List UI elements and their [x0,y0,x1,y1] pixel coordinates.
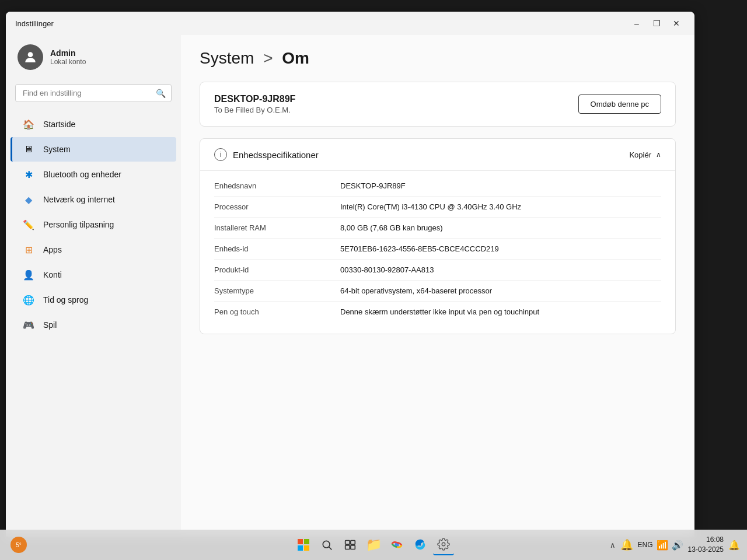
sidebar-item-gaming[interactable]: 🎮 Spil [11,313,176,337]
svg-rect-6 [351,545,355,550]
edge-button[interactable] [410,534,431,555]
task-view-button[interactable] [340,534,361,555]
settings-window: Indstillinger – ❐ ✕ Admin Lokal konto [6,12,694,537]
volume-icon[interactable]: 🔊 [672,540,683,551]
svg-point-1 [323,541,330,548]
spec-label-enheds-id: Enheds-id [214,244,331,253]
personalization-icon: ✏️ [22,218,35,231]
file-explorer-button[interactable]: 📁 [363,534,384,555]
chevron-up-icon: ∧ [656,150,661,159]
rename-pc-button[interactable]: Omdøb denne pc [578,94,661,114]
spec-value-produkt-id: 00330-80130-92807-AA813 [340,265,661,274]
spec-row-enheds-id: Enheds-id 5E701EB6-1623-4556-8EB5-CBCE4C… [214,239,661,260]
spec-value-enhedsnavn: DESKTOP-9JR89F [340,181,661,190]
gaming-icon: 🎮 [22,318,35,331]
sidebar: Admin Lokal konto 🔍 🏠 Startside 🖥 System [6,35,181,537]
spec-row-processor: Processor Intel(R) Core(TM) i3-4130 CPU … [214,197,661,218]
breadcrumb: System > Om [200,49,676,68]
language-indicator[interactable]: ENG [638,541,653,549]
spec-label-processor: Processor [214,202,331,211]
chrome-button[interactable] [386,534,407,555]
sidebar-item-network[interactable]: ◆ Netværk og internet [11,187,176,212]
sidebar-label-gaming: Spil [43,320,57,330]
spec-row-enhedsnavn: Enhedsnavn DESKTOP-9JR89F [214,176,661,197]
search-box: 🔍 [15,84,172,102]
spec-row-systemtype: Systemtype 64-bit operativsystem, x64-ba… [214,281,661,302]
pc-manufacturer: To Be Filled By O.E.M. [214,106,295,114]
tray-notifications-icon[interactable]: 🔔 [620,538,633,551]
windows-logo-icon [298,539,309,551]
user-info: Admin Lokal konto [50,48,86,66]
svg-point-8 [442,542,445,546]
maximize-button[interactable]: ❐ [648,16,665,30]
tray-chevron[interactable]: ∧ [610,541,616,550]
notifications-bell-icon[interactable]: 🔔 [728,540,740,551]
home-icon: 🏠 [22,118,35,131]
spec-label-systemtype: Systemtype [214,286,331,295]
svg-rect-5 [345,545,350,550]
start-button[interactable] [293,534,314,555]
taskbar-clock[interactable]: 16:08 13-03-2025 [688,535,724,555]
pc-name-card: DESKTOP-9JR89F To Be Filled By O.E.M. Om… [200,82,676,127]
copy-button[interactable]: Kopiér ∧ [629,150,661,159]
sidebar-label-network: Netværk og internet [43,195,115,204]
settings-taskbar-button[interactable] [433,534,454,555]
info-icon: i [214,148,227,161]
sidebar-item-apps[interactable]: ⊞ Apps [11,237,176,262]
spec-value-processor: Intel(R) Core(TM) i3-4130 CPU @ 3.40GHz … [340,202,661,211]
spec-value-ram: 8,00 GB (7,68 GB kan bruges) [340,223,661,232]
spec-row-produkt-id: Produkt-id 00330-80130-92807-AA813 [214,260,661,281]
title-bar: Indstillinger – ❐ ✕ [6,12,694,35]
taskbar-search-button[interactable] [316,534,337,555]
pc-name: DESKTOP-9JR89F [214,94,295,104]
sidebar-item-accounts[interactable]: 👤 Konti [11,262,176,287]
taskbar-sys-icons: ENG 📶 🔊 [638,540,683,551]
spec-value-enheds-id: 5E701EB6-1623-4556-8EB5-CBCE4CCCD219 [340,244,661,253]
taskbar-badge-indicator: 5° [11,537,27,553]
svg-point-0 [28,52,33,57]
window-body: Admin Lokal konto 🔍 🏠 Startside 🖥 System [6,35,694,537]
sidebar-item-personalization[interactable]: ✏️ Personlig tilpasning [11,212,176,237]
bluetooth-icon: ✱ [22,168,35,181]
sidebar-label-personalization: Personlig tilpasning [43,220,114,229]
user-role: Lokal konto [50,58,86,66]
spec-row-ram: Installeret RAM 8,00 GB (7,68 GB kan bru… [214,218,661,239]
search-input[interactable] [15,84,172,102]
minimize-button[interactable]: – [628,16,645,30]
spec-value-systemtype: 64-bit operativsystem, x64-baseret proce… [340,286,661,295]
user-name: Admin [50,48,86,58]
spec-label-enhedsnavn: Enhedsnavn [214,181,331,190]
sidebar-item-bluetooth[interactable]: ✱ Bluetooth og enheder [11,162,176,187]
wifi-icon[interactable]: 📶 [657,540,668,551]
sidebar-nav: 🏠 Startside 🖥 System ✱ Bluetooth og enhe… [6,111,181,338]
system-icon: 🖥 [22,143,35,156]
sidebar-item-startside[interactable]: 🏠 Startside [11,112,176,136]
clock-time: 16:08 [688,535,724,545]
taskbar: 5° 📁 [0,530,747,560]
sidebar-label-system: System [43,145,71,154]
specs-section-title: Enhedsspecifikationer [233,150,319,160]
breadcrumb-separator: > [263,49,273,67]
search-icon: 🔍 [156,89,166,98]
avatar [18,44,43,70]
apps-icon: ⊞ [22,243,35,256]
breadcrumb-current: Om [282,49,309,67]
spec-label-pen-touch: Pen og touch [214,307,331,316]
window-title: Indstillinger [15,19,54,28]
window-controls: – ❐ ✕ [628,16,685,30]
sidebar-label-time: Tid og sprog [43,295,88,304]
accounts-icon: 👤 [22,268,35,281]
network-icon: ◆ [22,193,35,206]
sidebar-item-system[interactable]: 🖥 System [11,137,176,162]
time-icon: 🌐 [22,293,35,306]
sidebar-item-time[interactable]: 🌐 Tid og sprog [11,288,176,312]
close-button[interactable]: ✕ [668,16,685,30]
spec-label-ram: Installeret RAM [214,223,331,232]
pc-name-info: DESKTOP-9JR89F To Be Filled By O.E.M. [214,94,295,114]
sidebar-label-startside: Startside [43,120,75,129]
specs-header-left: i Enhedsspecifikationer [214,148,319,161]
spec-value-pen-touch: Denne skærm understøtter ikke input via … [340,307,661,316]
spec-row-pen-touch: Pen og touch Denne skærm understøtter ik… [214,302,661,322]
user-section: Admin Lokal konto [6,35,181,79]
sidebar-label-apps: Apps [43,245,62,254]
